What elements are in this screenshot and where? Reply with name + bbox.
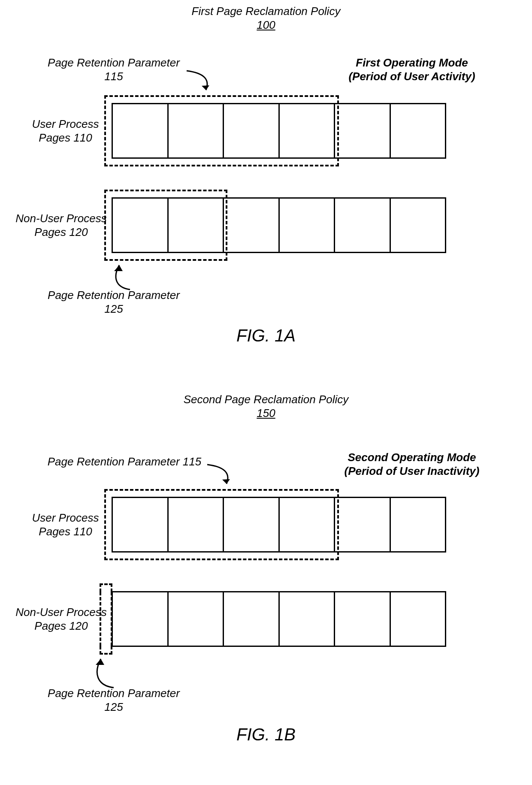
fig1b-param115-label: Page Retention Parameter 115	[34, 455, 215, 468]
fig1b-caption: FIG. 1B	[189, 725, 343, 744]
fig1a-nonuser-label-1: Non-User Process	[15, 212, 106, 225]
fig1b-nonuser-label-2: Pages 120	[34, 619, 88, 632]
svg-marker-0	[202, 85, 209, 90]
fig1b-retention-bracket-125-bot	[100, 646, 112, 655]
page-cell	[113, 199, 169, 252]
fig1a-param125-arrow	[111, 262, 145, 292]
fig1b-param125-arrow	[90, 655, 124, 690]
fig1a-mode-line2: (Period of User Activity)	[348, 70, 475, 83]
page-cell	[169, 498, 224, 551]
fig1b-user-label: User Process Pages 110	[21, 511, 109, 538]
page-cell	[224, 104, 280, 157]
page-cell	[391, 592, 445, 646]
fig1b-user-label-1: User Process	[32, 511, 99, 524]
page-cell	[224, 498, 280, 551]
fig1a-title-text: First Page Reclamation Policy	[192, 5, 341, 18]
fig1a-param115-label: Page Retention Parameter 115	[43, 56, 184, 83]
fig1b-title-text: Second Page Reclamation Policy	[184, 393, 348, 406]
page-cell	[169, 199, 224, 252]
page-cell	[391, 104, 445, 157]
fig1a-title: First Page Reclamation Policy 100	[112, 4, 420, 32]
page-cell	[280, 104, 336, 157]
fig1b-title-num: 150	[257, 407, 275, 420]
page-cell	[335, 104, 391, 157]
page-cell	[335, 592, 391, 646]
fig1b-mode-line2: (Period of User Inactivity)	[345, 465, 480, 477]
fig1a-nonuser-label-2: Pages 120	[34, 226, 88, 239]
fig1b-param125-label-2: 125	[104, 700, 123, 713]
page-cell	[113, 592, 169, 646]
fig1b-retention-bracket-125-top	[100, 583, 112, 592]
fig1b-user-pages-row	[112, 497, 446, 553]
fig1a-param125-label: Page Retention Parameter 125	[43, 288, 184, 316]
fig1a-nonuser-label: Non-User Process Pages 120	[13, 211, 109, 239]
fig1b-mode-line1: Second Operating Mode	[348, 451, 476, 464]
page-cell	[113, 104, 169, 157]
page-cell	[113, 498, 169, 551]
fig1a-param115-label-1: Page Retention Parameter	[48, 56, 180, 69]
fig1a-param115-label-2: 115	[104, 70, 123, 83]
page-cell	[391, 199, 445, 252]
fig1a-mode-line1: First Operating Mode	[356, 56, 468, 69]
fig1b-param125-label-1: Page Retention Parameter	[48, 687, 180, 700]
fig1a-user-label: User Process Pages 110	[21, 117, 109, 145]
fig1a-user-label-1: User Process	[32, 118, 99, 130]
fig1b-user-label-2: Pages 110	[39, 525, 92, 538]
page-cell	[335, 199, 391, 252]
fig1b-nonuser-label-1: Non-User Process	[15, 606, 106, 619]
fig1a-caption: FIG. 1A	[189, 326, 343, 345]
page-cell	[280, 498, 336, 551]
fig1a-user-pages-row	[112, 103, 446, 159]
page-cell	[224, 199, 280, 252]
page-cell	[224, 592, 280, 646]
svg-marker-2	[222, 479, 230, 484]
fig1a-nonuser-pages-row	[112, 197, 446, 253]
fig1b-param115-arrow	[205, 462, 239, 492]
fig1a-mode: First Operating Mode (Period of User Act…	[309, 56, 515, 83]
fig1a-user-label-2: Pages 110	[39, 131, 92, 144]
fig1a-title-num: 100	[257, 18, 275, 31]
fig1b-param125-label: Page Retention Parameter 125	[43, 686, 184, 714]
page-cell	[391, 498, 445, 551]
page-cell	[169, 592, 224, 646]
fig1b-nonuser-pages-row	[112, 591, 446, 647]
fig1b-title: Second Page Reclamation Policy 150	[112, 392, 420, 420]
page-cell	[280, 592, 336, 646]
fig1a-param125-label-2: 125	[104, 302, 123, 315]
page-cell	[335, 498, 391, 551]
page-cell	[280, 199, 336, 252]
fig1a-param125-label-1: Page Retention Parameter	[48, 289, 180, 302]
fig1b-mode: Second Operating Mode (Period of User In…	[309, 450, 515, 478]
fig1a-param115-arrow	[184, 69, 219, 99]
page-cell	[169, 104, 224, 157]
fig1b-nonuser-label: Non-User Process Pages 120	[13, 605, 109, 633]
